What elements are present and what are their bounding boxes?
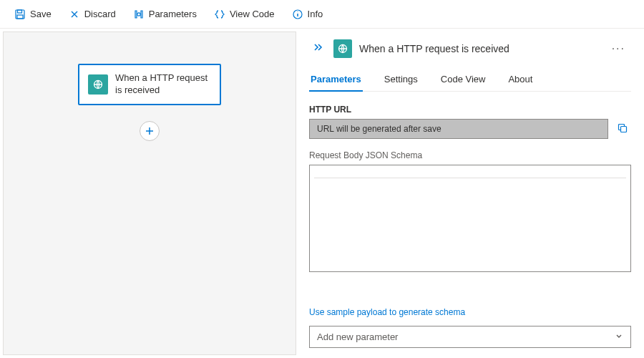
details-panel: When a HTTP request is received ··· Para… xyxy=(296,29,644,358)
code-icon xyxy=(214,9,225,20)
designer-canvas[interactable]: When a HTTP request is received xyxy=(3,32,296,355)
parameters-button[interactable]: Parameters xyxy=(126,6,204,23)
svg-point-3 xyxy=(137,12,140,15)
svg-rect-1 xyxy=(18,10,22,13)
panel-title: When a HTTP request is received xyxy=(359,43,509,54)
chevron-double-right-icon xyxy=(312,42,323,53)
discard-icon xyxy=(69,9,80,20)
http-trigger-icon xyxy=(88,74,108,95)
tab-settings[interactable]: Settings xyxy=(383,68,419,92)
panel-header: When a HTTP request is received ··· xyxy=(309,39,631,58)
more-menu-button[interactable]: ··· xyxy=(606,39,631,58)
trigger-card-label: When a HTTP request is received xyxy=(115,72,211,97)
tab-parameters[interactable]: Parameters xyxy=(309,68,363,92)
add-parameter-placeholder: Add new parameter xyxy=(317,332,398,342)
http-url-value: URL will be generated after save xyxy=(309,119,608,139)
http-url-label: HTTP URL xyxy=(309,105,631,115)
info-button[interactable]: Info xyxy=(285,6,331,23)
chevron-down-icon xyxy=(615,332,623,342)
add-parameter-select[interactable]: Add new parameter xyxy=(309,326,631,348)
save-button[interactable]: Save xyxy=(7,6,59,23)
schema-editor-header xyxy=(314,165,626,178)
add-step-button[interactable] xyxy=(140,121,160,141)
svg-rect-7 xyxy=(621,126,627,132)
schema-input[interactable] xyxy=(310,178,630,270)
ellipsis-icon: ··· xyxy=(612,42,625,54)
save-icon xyxy=(14,9,26,20)
schema-field: Request Body JSON Schema xyxy=(309,150,631,289)
use-sample-payload-link[interactable]: Use sample payload to generate schema xyxy=(309,307,631,317)
svg-rect-2 xyxy=(17,15,23,19)
info-label: Info xyxy=(308,9,323,19)
plus-icon xyxy=(145,126,155,136)
tab-about[interactable]: About xyxy=(507,68,534,92)
view-code-button[interactable]: View Code xyxy=(207,6,282,23)
tab-code-view[interactable]: Code View xyxy=(439,68,487,92)
discard-label: Discard xyxy=(84,9,116,19)
http-trigger-icon xyxy=(333,39,352,58)
trigger-card[interactable]: When a HTTP request is received xyxy=(78,64,221,105)
http-url-field: HTTP URL URL will be generated after sav… xyxy=(309,105,631,139)
content-area: When a HTTP request is received When a H… xyxy=(0,29,644,358)
panel-tabs: Parameters Settings Code View About xyxy=(309,68,631,92)
toolbar: Save Discard Parameters View Code Info xyxy=(0,0,644,29)
schema-editor-wrapper xyxy=(309,165,631,272)
schema-label: Request Body JSON Schema xyxy=(309,150,631,160)
view-code-label: View Code xyxy=(230,9,275,19)
copy-url-button[interactable] xyxy=(614,120,631,139)
parameters-icon xyxy=(133,9,145,20)
collapse-panel-button[interactable] xyxy=(309,39,326,58)
discard-button[interactable]: Discard xyxy=(62,6,123,23)
save-label: Save xyxy=(30,9,52,19)
parameters-label: Parameters xyxy=(149,9,197,19)
info-icon xyxy=(292,9,303,20)
copy-icon xyxy=(617,122,628,134)
